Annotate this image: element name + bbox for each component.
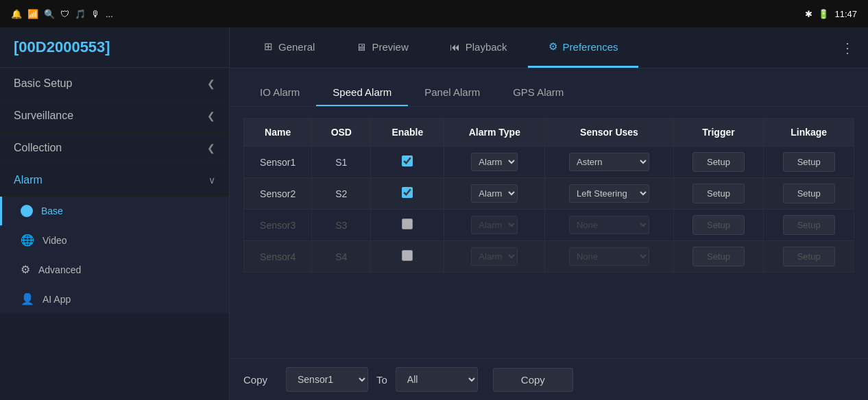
- trigger-setup-btn-2: Setup: [692, 215, 745, 235]
- battery-icon: 🔋: [818, 9, 829, 19]
- linkage-setup-btn-3: Setup: [783, 247, 835, 266]
- bluetooth-icon: ✱: [805, 9, 812, 19]
- sidebar-item-collection[interactable]: Collection ❮: [0, 132, 229, 164]
- col-header-alarm-type: Alarm Type: [444, 118, 545, 147]
- linkage-setup-btn-0[interactable]: Setup: [783, 152, 835, 172]
- sidebar: [00D2000553] Basic Setup ❮ Surveillance …: [0, 27, 230, 400]
- cell-osd-2: S3: [312, 210, 371, 241]
- nav-item-playback[interactable]: ⏮ Playback: [429, 27, 528, 68]
- cell-enable-3: [371, 241, 444, 273]
- notification-icon: 🔔: [11, 9, 22, 19]
- device-title: [00D2000553]: [0, 27, 229, 68]
- sidebar-item-label-collection: Collection: [14, 142, 62, 154]
- tab-gps-alarm[interactable]: GPS Alarm: [496, 79, 580, 106]
- chevron-icon-surveillance: ❮: [207, 110, 215, 121]
- nav-item-preferences[interactable]: ⚙ Preferences: [528, 27, 639, 68]
- cell-trigger-0: Setup: [673, 147, 764, 178]
- sidebar-sub-label-ai-app: AI App: [43, 294, 71, 305]
- podcast-icon: 🎙: [91, 9, 100, 19]
- chevron-icon-alarm: ∨: [208, 175, 215, 186]
- table-row: Sensor1S1AlarmEventNoneNoneAsternLeft St…: [244, 147, 854, 178]
- nav-item-preview[interactable]: 🖥 Preview: [335, 27, 429, 68]
- clock: 11:47: [834, 9, 857, 19]
- music-icon: 🎵: [75, 9, 86, 19]
- sidebar-sub-item-ai-app[interactable]: 👤 AI App: [0, 284, 229, 314]
- select-alarm-type-1[interactable]: AlarmEventNone: [471, 184, 518, 203]
- status-bar-left: 🔔 📶 🔍 🛡 🎵 🎙 ...: [11, 9, 113, 19]
- sidebar-item-alarm[interactable]: Alarm ∨: [0, 164, 229, 197]
- col-header-name: Name: [244, 118, 312, 147]
- main-container: [00D2000553] Basic Setup ❮ Surveillance …: [0, 27, 868, 400]
- cell-osd-0: S1: [312, 147, 371, 178]
- sidebar-sub-item-base[interactable]: Base: [0, 197, 229, 225]
- checkbox-enable-1[interactable]: [402, 187, 413, 198]
- cell-linkage-1: Setup: [764, 178, 854, 210]
- chevron-icon-basic-setup: ❮: [207, 78, 215, 89]
- select-sensor-uses-0[interactable]: NoneAsternLeft SteeringRight SteeringWip…: [569, 153, 649, 171]
- tab-panel-alarm[interactable]: Panel Alarm: [408, 79, 496, 106]
- trigger-setup-btn-0[interactable]: Setup: [692, 152, 745, 172]
- cell-enable-1: [371, 178, 444, 210]
- cell-alarm-type-1: AlarmEventNone: [444, 178, 545, 210]
- person-icon: 👤: [21, 292, 34, 305]
- cell-alarm-type-3: AlarmEventNone: [444, 241, 545, 273]
- copy-row-label: Copy: [243, 374, 278, 386]
- cell-trigger-1: Setup: [673, 178, 764, 210]
- copy-from-select[interactable]: Sensor1 Sensor2 Sensor3 Sensor4: [286, 367, 368, 392]
- nav-label-preview: Preview: [372, 41, 408, 53]
- linkage-setup-btn-1[interactable]: Setup: [783, 184, 835, 203]
- col-header-linkage: Linkage: [764, 118, 854, 147]
- cell-name-1: Sensor2: [244, 178, 312, 210]
- sidebar-sub-label-advanced: Advanced: [38, 264, 81, 275]
- select-sensor-uses-3: NoneAsternLeft SteeringRight SteeringWip…: [569, 247, 649, 266]
- checkbox-enable-0[interactable]: [402, 155, 413, 166]
- select-sensor-uses-1[interactable]: NoneAsternLeft SteeringRight SteeringWip…: [569, 184, 649, 203]
- to-label: To: [376, 374, 387, 386]
- tab-io-alarm[interactable]: IO Alarm: [243, 79, 316, 106]
- nav-item-general[interactable]: ⊞ General: [243, 27, 335, 68]
- sidebar-sub-label-base: Base: [41, 205, 63, 216]
- table-row: Sensor4S4AlarmEventNoneNoneAsternLeft St…: [244, 241, 854, 273]
- sidebar-item-surveillance[interactable]: Surveillance ❮: [0, 100, 229, 132]
- sidebar-sub-menu: Base 🌐 Video ⚙ Advanced 👤 AI App: [0, 197, 229, 314]
- content-area: ⊞ General 🖥 Preview ⏮ Playback ⚙ Prefere…: [230, 27, 868, 400]
- tab-speed-alarm[interactable]: Speed Alarm: [316, 79, 408, 106]
- alarm-table: Name OSD Enable Alarm Type Sensor Uses T…: [243, 118, 854, 273]
- dots-icon: ⚙: [21, 263, 30, 276]
- cell-enable-0: [371, 147, 444, 178]
- sidebar-item-label-alarm: Alarm: [14, 174, 43, 186]
- cell-trigger-2: Setup: [673, 210, 764, 241]
- sidebar-item-label-surveillance: Surveillance: [14, 110, 73, 122]
- cell-sensor-uses-2: NoneAsternLeft SteeringRight SteeringWip…: [545, 210, 673, 241]
- col-header-enable: Enable: [371, 118, 444, 147]
- sidebar-item-basic-setup[interactable]: Basic Setup ❮: [0, 68, 229, 100]
- copy-to-select[interactable]: All Sensor1 Sensor2 Sensor3 Sensor4: [396, 367, 478, 392]
- cell-sensor-uses-3: NoneAsternLeft SteeringRight SteeringWip…: [545, 241, 673, 273]
- sidebar-sub-item-advanced[interactable]: ⚙ Advanced: [0, 255, 229, 284]
- copy-button[interactable]: Copy: [493, 368, 573, 392]
- grid-icon: ⊞: [264, 40, 273, 53]
- wifi-icon: 📶: [27, 9, 38, 19]
- cell-alarm-type-2: AlarmEventNone: [444, 210, 545, 241]
- sidebar-sub-item-video[interactable]: 🌐 Video: [0, 225, 229, 255]
- table-row: Sensor2S2AlarmEventNoneNoneAsternLeft St…: [244, 178, 854, 210]
- cell-sensor-uses-0: NoneAsternLeft SteeringRight SteeringWip…: [545, 147, 673, 178]
- cell-osd-3: S4: [312, 241, 371, 273]
- nav-label-general: General: [278, 41, 315, 53]
- select-alarm-type-0[interactable]: AlarmEventNone: [471, 153, 518, 171]
- alarm-tabs: IO Alarm Speed Alarm Panel Alarm GPS Ala…: [230, 68, 868, 107]
- sidebar-sub-label-video: Video: [43, 235, 67, 246]
- search-icon: 🔍: [44, 9, 55, 19]
- nav-label-playback: Playback: [466, 41, 507, 53]
- cell-linkage-3: Setup: [764, 241, 854, 273]
- sensor-table-area: Name OSD Enable Alarm Type Sensor Uses T…: [230, 107, 868, 358]
- trigger-setup-btn-1[interactable]: Setup: [692, 184, 745, 203]
- select-alarm-type-3: AlarmEventNone: [471, 247, 518, 266]
- chevron-icon-collection: ❮: [207, 142, 215, 153]
- more-options-icon[interactable]: ⋮: [841, 40, 854, 56]
- globe-icon: 🌐: [21, 234, 34, 247]
- cell-linkage-0: Setup: [764, 147, 854, 178]
- cell-linkage-2: Setup: [764, 210, 854, 241]
- status-bar: 🔔 📶 🔍 🛡 🎵 🎙 ... ✱ 🔋 11:47: [0, 0, 868, 27]
- checkbox-enable-3: [402, 250, 413, 261]
